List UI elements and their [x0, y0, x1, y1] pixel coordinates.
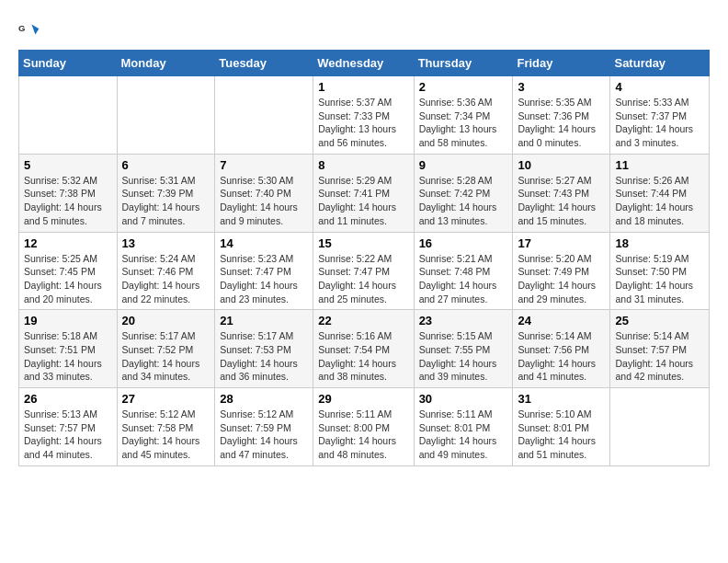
calendar-cell: 19Sunrise: 5:18 AM Sunset: 7:51 PM Dayli…	[19, 310, 118, 388]
day-number: 31	[518, 392, 605, 406]
calendar-cell: 30Sunrise: 5:11 AM Sunset: 8:01 PM Dayli…	[414, 388, 513, 466]
header-tuesday: Tuesday	[215, 51, 313, 76]
day-info: Sunrise: 5:11 AM Sunset: 8:00 PM Dayligh…	[318, 408, 408, 462]
calendar-cell	[215, 76, 313, 155]
day-info: Sunrise: 5:31 AM Sunset: 7:39 PM Dayligh…	[122, 174, 210, 228]
day-info: Sunrise: 5:36 AM Sunset: 7:34 PM Dayligh…	[419, 96, 508, 150]
week-row-3: 19Sunrise: 5:18 AM Sunset: 7:51 PM Dayli…	[19, 310, 710, 388]
day-number: 3	[518, 80, 605, 94]
day-info: Sunrise: 5:21 AM Sunset: 7:48 PM Dayligh…	[419, 252, 508, 306]
day-info: Sunrise: 5:14 AM Sunset: 7:56 PM Dayligh…	[518, 329, 605, 384]
day-number: 24	[518, 314, 605, 327]
day-number: 12	[24, 236, 112, 250]
calendar-cell: 15Sunrise: 5:22 AM Sunset: 7:47 PM Dayli…	[313, 232, 414, 310]
day-number: 23	[419, 314, 508, 327]
calendar-body: 1Sunrise: 5:37 AM Sunset: 7:33 PM Daylig…	[19, 76, 710, 466]
day-number: 19	[24, 314, 112, 327]
calendar-cell	[610, 388, 710, 466]
calendar-cell: 31Sunrise: 5:10 AM Sunset: 8:01 PM Dayli…	[513, 388, 610, 466]
calendar-table: SundayMondayTuesdayWednesdayThursdayFrid…	[18, 50, 710, 466]
day-info: Sunrise: 5:16 AM Sunset: 7:54 PM Dayligh…	[318, 329, 408, 384]
calendar-cell: 27Sunrise: 5:12 AM Sunset: 7:58 PM Dayli…	[117, 388, 215, 466]
day-info: Sunrise: 5:28 AM Sunset: 7:42 PM Dayligh…	[419, 174, 508, 228]
calendar-cell	[117, 76, 215, 155]
day-number: 16	[419, 236, 508, 250]
header-monday: Monday	[117, 51, 215, 76]
week-row-4: 26Sunrise: 5:13 AM Sunset: 7:57 PM Dayli…	[19, 388, 710, 466]
day-number: 26	[24, 392, 112, 406]
calendar-cell: 18Sunrise: 5:19 AM Sunset: 7:50 PM Dayli…	[610, 232, 710, 310]
day-info: Sunrise: 5:23 AM Sunset: 7:47 PM Dayligh…	[220, 252, 308, 306]
day-info: Sunrise: 5:30 AM Sunset: 7:40 PM Dayligh…	[220, 174, 308, 228]
day-info: Sunrise: 5:24 AM Sunset: 7:46 PM Dayligh…	[122, 252, 210, 306]
calendar-cell: 21Sunrise: 5:17 AM Sunset: 7:53 PM Dayli…	[215, 310, 313, 388]
day-info: Sunrise: 5:10 AM Sunset: 8:01 PM Dayligh…	[518, 408, 605, 462]
day-info: Sunrise: 5:19 AM Sunset: 7:50 PM Dayligh…	[615, 252, 704, 306]
day-info: Sunrise: 5:11 AM Sunset: 8:01 PM Dayligh…	[419, 408, 508, 462]
day-info: Sunrise: 5:33 AM Sunset: 7:37 PM Dayligh…	[615, 96, 704, 150]
day-number: 8	[318, 158, 408, 172]
day-info: Sunrise: 5:14 AM Sunset: 7:57 PM Dayligh…	[615, 329, 704, 384]
calendar-cell: 24Sunrise: 5:14 AM Sunset: 7:56 PM Dayli…	[513, 310, 610, 388]
day-number: 10	[518, 158, 605, 172]
week-row-2: 12Sunrise: 5:25 AM Sunset: 7:45 PM Dayli…	[19, 232, 710, 310]
calendar-cell: 12Sunrise: 5:25 AM Sunset: 7:45 PM Dayli…	[19, 232, 118, 310]
header-thursday: Thursday	[414, 51, 513, 76]
header: G	[18, 18, 710, 40]
day-number: 5	[24, 158, 112, 172]
logo: G	[18, 18, 44, 40]
day-number: 17	[518, 236, 605, 250]
day-number: 4	[615, 80, 704, 94]
calendar-cell: 10Sunrise: 5:27 AM Sunset: 7:43 PM Dayli…	[513, 154, 610, 232]
calendar-cell: 9Sunrise: 5:28 AM Sunset: 7:42 PM Daylig…	[414, 154, 513, 232]
calendar-cell: 20Sunrise: 5:17 AM Sunset: 7:52 PM Dayli…	[117, 310, 215, 388]
day-info: Sunrise: 5:12 AM Sunset: 7:58 PM Dayligh…	[122, 408, 210, 462]
calendar-cell: 8Sunrise: 5:29 AM Sunset: 7:41 PM Daylig…	[313, 154, 414, 232]
day-info: Sunrise: 5:29 AM Sunset: 7:41 PM Dayligh…	[318, 174, 408, 228]
calendar-cell: 28Sunrise: 5:12 AM Sunset: 7:59 PM Dayli…	[215, 388, 313, 466]
calendar-cell: 7Sunrise: 5:30 AM Sunset: 7:40 PM Daylig…	[215, 154, 313, 232]
header-friday: Friday	[513, 51, 610, 76]
day-number: 27	[122, 392, 210, 406]
calendar-cell: 1Sunrise: 5:37 AM Sunset: 7:33 PM Daylig…	[313, 76, 414, 155]
calendar-cell: 17Sunrise: 5:20 AM Sunset: 7:49 PM Dayli…	[513, 232, 610, 310]
logo-icon: G	[18, 18, 40, 40]
day-number: 28	[220, 392, 308, 406]
calendar-cell: 4Sunrise: 5:33 AM Sunset: 7:37 PM Daylig…	[610, 76, 710, 155]
day-number: 13	[122, 236, 210, 250]
day-info: Sunrise: 5:15 AM Sunset: 7:55 PM Dayligh…	[419, 329, 508, 384]
day-number: 7	[220, 158, 308, 172]
day-number: 25	[615, 314, 704, 327]
calendar-cell: 5Sunrise: 5:32 AM Sunset: 7:38 PM Daylig…	[19, 154, 118, 232]
day-info: Sunrise: 5:17 AM Sunset: 7:53 PM Dayligh…	[220, 329, 308, 384]
svg-marker-1	[31, 24, 39, 34]
day-info: Sunrise: 5:22 AM Sunset: 7:47 PM Dayligh…	[318, 252, 408, 306]
day-number: 1	[318, 80, 408, 94]
day-number: 29	[318, 392, 408, 406]
calendar-cell: 3Sunrise: 5:35 AM Sunset: 7:36 PM Daylig…	[513, 76, 610, 155]
calendar-cell: 25Sunrise: 5:14 AM Sunset: 7:57 PM Dayli…	[610, 310, 710, 388]
calendar-cell: 16Sunrise: 5:21 AM Sunset: 7:48 PM Dayli…	[414, 232, 513, 310]
calendar-cell: 29Sunrise: 5:11 AM Sunset: 8:00 PM Dayli…	[313, 388, 414, 466]
header-sunday: Sunday	[19, 51, 118, 76]
calendar-cell: 23Sunrise: 5:15 AM Sunset: 7:55 PM Dayli…	[414, 310, 513, 388]
day-info: Sunrise: 5:18 AM Sunset: 7:51 PM Dayligh…	[24, 329, 112, 384]
calendar-cell: 14Sunrise: 5:23 AM Sunset: 7:47 PM Dayli…	[215, 232, 313, 310]
calendar-cell: 2Sunrise: 5:36 AM Sunset: 7:34 PM Daylig…	[414, 76, 513, 155]
day-number: 21	[220, 314, 308, 327]
day-info: Sunrise: 5:27 AM Sunset: 7:43 PM Dayligh…	[518, 174, 605, 228]
day-info: Sunrise: 5:25 AM Sunset: 7:45 PM Dayligh…	[24, 252, 112, 306]
calendar-cell: 6Sunrise: 5:31 AM Sunset: 7:39 PM Daylig…	[117, 154, 215, 232]
day-number: 30	[419, 392, 508, 406]
header-row: SundayMondayTuesdayWednesdayThursdayFrid…	[19, 51, 710, 76]
calendar-cell: 26Sunrise: 5:13 AM Sunset: 7:57 PM Dayli…	[19, 388, 118, 466]
day-number: 6	[122, 158, 210, 172]
calendar-cell: 11Sunrise: 5:26 AM Sunset: 7:44 PM Dayli…	[610, 154, 710, 232]
day-number: 11	[615, 158, 704, 172]
day-number: 15	[318, 236, 408, 250]
day-info: Sunrise: 5:13 AM Sunset: 7:57 PM Dayligh…	[24, 408, 112, 462]
day-info: Sunrise: 5:20 AM Sunset: 7:49 PM Dayligh…	[518, 252, 605, 306]
header-saturday: Saturday	[610, 51, 710, 76]
day-info: Sunrise: 5:12 AM Sunset: 7:59 PM Dayligh…	[220, 408, 308, 462]
day-info: Sunrise: 5:37 AM Sunset: 7:33 PM Dayligh…	[318, 96, 408, 150]
